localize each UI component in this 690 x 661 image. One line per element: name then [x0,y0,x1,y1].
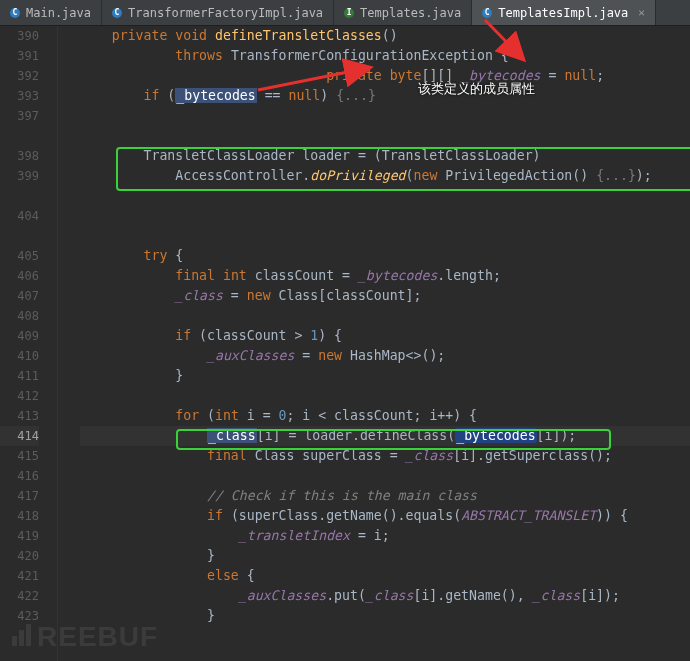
line-number: 397 [0,106,39,126]
code-line [80,186,690,206]
line-number: 411 [0,366,39,386]
line-number [0,186,39,206]
code-area[interactable]: private void defineTransletClasses() thr… [58,26,690,661]
line-number: 392 [0,66,39,86]
line-number: 409 [0,326,39,346]
line-number: 417 [0,486,39,506]
editor: 390 391 392 393 397 398 399 404 405 406 … [0,26,690,661]
line-number: 404 [0,206,39,226]
code-line [80,466,690,486]
editor-tab-bar: C Main.java C TransformerFactoryImpl.jav… [0,0,690,26]
code-line [80,306,690,326]
line-number: 422 [0,586,39,606]
tab-templates-impl[interactable]: C TemplatesImpl.java ✕ [472,0,656,25]
code-line: final int classCount = _bytecodes.length… [80,266,690,286]
tab-label: TemplatesImpl.java [498,6,628,20]
line-number: 406 [0,266,39,286]
code-line: // Check if this is the main class [80,486,690,506]
line-number: 410 [0,346,39,366]
code-line: _class[i] = loader.defineClass(_bytecode… [80,426,690,446]
line-number: 414 [0,426,39,446]
code-line: AccessController.doPrivileged(new Privil… [80,166,690,186]
line-number: 408 [0,306,39,326]
code-line [80,206,690,226]
code-line: if (classCount > 1) { [80,326,690,346]
tab-label: TransformerFactoryImpl.java [128,6,323,20]
code-line: private void defineTransletClasses() [80,26,690,46]
line-number [0,226,39,246]
line-number: 415 [0,446,39,466]
line-number: 391 [0,46,39,66]
code-line [80,386,690,406]
line-number: 399 [0,166,39,186]
tab-label: Main.java [26,6,91,20]
line-number: 398 [0,146,39,166]
line-number: 407 [0,286,39,306]
tab-main[interactable]: C Main.java [0,0,102,25]
code-line [80,106,690,126]
code-line [80,126,690,146]
code-line: try { [80,246,690,266]
class-icon: C [10,8,20,18]
code-line: _auxClasses = new HashMap<>(); [80,346,690,366]
line-number: 393 [0,86,39,106]
code-line: private byte[][] _bytecodes = null; [80,66,690,86]
line-number [0,126,39,146]
code-line: } [80,366,690,386]
tab-transformer-factory[interactable]: C TransformerFactoryImpl.java [102,0,334,25]
tab-label: Templates.java [360,6,461,20]
code-line: if (superClass.getName().equals(ABSTRACT… [80,506,690,526]
code-line: _transletIndex = i; [80,526,690,546]
code-line [80,226,690,246]
code-line: for (int i = 0; i < classCount; i++) { [80,406,690,426]
code-line: } [80,546,690,566]
line-number: 416 [0,466,39,486]
code-line: throws TransformerConfigurationException… [80,46,690,66]
interface-icon: I [344,8,354,18]
class-icon: C [112,8,122,18]
code-line: _class = new Class[classCount]; [80,286,690,306]
line-number: 390 [0,26,39,46]
line-number: 413 [0,406,39,426]
line-number: 405 [0,246,39,266]
line-number: 412 [0,386,39,406]
watermark: REEBUF [12,621,158,653]
line-number: 420 [0,546,39,566]
line-number: 421 [0,566,39,586]
code-line: final Class superClass = _class[i].getSu… [80,446,690,466]
line-number-gutter: 390 391 392 393 397 398 399 404 405 406 … [0,26,58,661]
close-icon[interactable]: ✕ [638,6,645,19]
line-number: 418 [0,506,39,526]
class-icon: C [482,8,492,18]
code-line: if (_bytecodes == null) {...} [80,86,690,106]
code-line: } [80,606,690,626]
tab-templates[interactable]: I Templates.java [334,0,472,25]
code-line: _auxClasses.put(_class[i].getName(), _cl… [80,586,690,606]
line-number: 419 [0,526,39,546]
code-line: TransletClassLoader loader = (TransletCl… [80,146,690,166]
code-line: else { [80,566,690,586]
